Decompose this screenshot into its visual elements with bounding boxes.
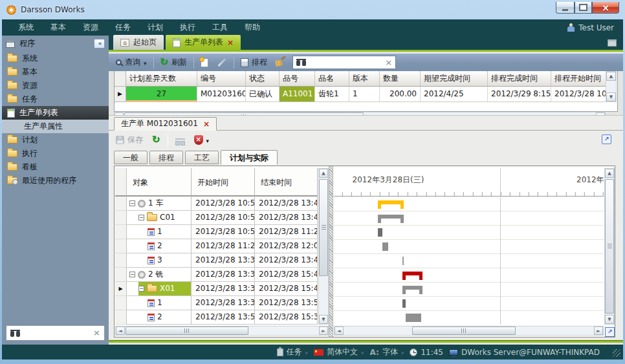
grid-column-header[interactable]: 计划差异天数 bbox=[126, 71, 197, 87]
detail-refresh-button[interactable] bbox=[150, 134, 162, 145]
grid-cell-sched_start[interactable]: 2012/3/28 10:52 bbox=[551, 87, 611, 102]
tab-order-list[interactable]: 生产单列表 bbox=[166, 35, 241, 50]
sidebar-item[interactable]: 计划 bbox=[2, 133, 109, 147]
menu-item[interactable]: 资源 bbox=[74, 19, 107, 36]
grid-vscrollbar[interactable]: ▲ ▼ bbox=[606, 71, 617, 102]
tree-object-cell[interactable]: 1 bbox=[127, 296, 192, 310]
status-font-button[interactable]: A: 字体 bbox=[370, 347, 404, 358]
new-button[interactable] bbox=[199, 57, 210, 69]
query-dropdown-icon[interactable] bbox=[144, 58, 147, 67]
menu-item[interactable]: 帮助 bbox=[236, 19, 269, 36]
tree-row[interactable]: 22012/3/28 11:222012/3/28 12:00 bbox=[115, 239, 318, 253]
scroll-down-icon[interactable]: ▼ bbox=[605, 315, 614, 324]
toolbar-search-clear-icon[interactable] bbox=[385, 59, 392, 66]
grid-column-header[interactable]: 品号 bbox=[280, 71, 315, 87]
tree-column-header[interactable]: 开始时间 bbox=[192, 168, 255, 197]
gantt-bar-summary[interactable] bbox=[378, 200, 404, 204]
tree-object-cell[interactable]: 2 bbox=[127, 239, 192, 253]
resize-grip[interactable] bbox=[613, 349, 620, 357]
detail-tab-工艺[interactable]: 工艺 bbox=[185, 151, 219, 164]
vscroll-thumb[interactable] bbox=[319, 179, 328, 276]
scroll-up-icon[interactable]: ▲ bbox=[606, 72, 616, 81]
schedule-button[interactable]: 排程 bbox=[239, 56, 269, 69]
gantt-bar-summary[interactable] bbox=[402, 272, 422, 275]
status-task-button[interactable]: 任务 bbox=[277, 347, 309, 358]
sidebar-item[interactable]: 执行 bbox=[2, 147, 109, 160]
sidebar-item[interactable]: 最近使用的程序 bbox=[2, 174, 109, 187]
splitter-handle[interactable] bbox=[329, 166, 333, 337]
grid-column-header[interactable]: 数量 bbox=[380, 71, 421, 87]
toolbar-search-input[interactable] bbox=[309, 58, 382, 67]
grid-cell-diff_days[interactable]: 27 bbox=[126, 87, 197, 102]
float-window-icon[interactable] bbox=[608, 39, 617, 47]
language-dropdown-icon[interactable] bbox=[361, 348, 364, 357]
gantt-bar-task[interactable] bbox=[378, 228, 382, 237]
menu-item[interactable]: 执行 bbox=[171, 19, 204, 36]
tree-expander-icon[interactable] bbox=[138, 286, 144, 292]
close-tab-icon[interactable] bbox=[227, 39, 234, 46]
clean-button[interactable] bbox=[274, 56, 288, 69]
gantt-bar-summary[interactable] bbox=[402, 286, 422, 290]
sidebar-item[interactable]: 任务 bbox=[2, 92, 109, 106]
status-language-button[interactable]: 简体中文 bbox=[314, 347, 364, 358]
font-dropdown-icon[interactable] bbox=[401, 348, 404, 357]
sidebar-item[interactable]: 基本 bbox=[2, 65, 109, 79]
detail-tab-计划与实际[interactable]: 计划与实际 bbox=[221, 150, 278, 165]
production-order-tab[interactable]: 生产单 M012031601 bbox=[114, 117, 217, 131]
user-area[interactable]: Test User bbox=[567, 19, 614, 36]
scroll-right-icon[interactable]: ► bbox=[594, 327, 603, 335]
close-tab-icon[interactable] bbox=[203, 121, 210, 127]
tree-row[interactable]: 32012/3/28 13:302012/3/28 13:40 bbox=[115, 253, 318, 268]
grid-data-row[interactable]: 27M012031601已确认A11001齿轮11200.002012/4/25… bbox=[115, 87, 617, 102]
grid-cell-item_name[interactable]: 齿轮1 bbox=[315, 87, 349, 102]
tree-row[interactable]: C012012/3/28 10:522012/3/28 13:40 bbox=[115, 211, 318, 225]
refresh-button[interactable]: 刷新 bbox=[159, 56, 190, 69]
gantt-bar-task[interactable] bbox=[402, 257, 404, 265]
sidebar-search-input[interactable] bbox=[24, 328, 89, 337]
grid-column-header[interactable]: 状态 bbox=[246, 71, 280, 87]
edit-button[interactable] bbox=[215, 60, 229, 65]
tree-expander-icon[interactable] bbox=[129, 200, 135, 206]
menu-item[interactable]: 任务 bbox=[107, 19, 139, 36]
menu-item[interactable]: 系统 bbox=[10, 19, 42, 36]
scroll-up-icon[interactable]: ▲ bbox=[319, 169, 328, 178]
sidebar-item[interactable]: 系统 bbox=[2, 52, 109, 65]
tree-row[interactable]: 12012/3/28 13:302012/3/28 13:50 bbox=[115, 296, 318, 310]
query-button[interactable]: 查询 bbox=[114, 56, 149, 69]
tree-expander-icon[interactable] bbox=[138, 215, 144, 220]
tree-hscrollbar[interactable]: ◄ ► bbox=[115, 326, 329, 336]
grid-cell-qty[interactable]: 200.00 bbox=[380, 87, 421, 102]
scroll-up-icon[interactable]: ▲ bbox=[605, 169, 614, 178]
tree-object-cell[interactable]: C01 bbox=[127, 211, 192, 225]
tab-start-page[interactable]: 起始页 bbox=[113, 35, 164, 50]
grid-column-header[interactable]: 版本 bbox=[349, 71, 380, 87]
sidebar-item[interactable]: 生产单属性 bbox=[2, 120, 109, 133]
validate-dropdown-icon[interactable] bbox=[206, 136, 210, 145]
minimize-button[interactable] bbox=[556, 2, 575, 14]
tree-object-cell[interactable]: 3 bbox=[127, 253, 192, 268]
tree-row[interactable]: 12012/3/28 10:522012/3/28 11:22 bbox=[115, 225, 318, 239]
tree-row[interactable]: 2 铣2012/3/28 13:302012/3/28 15:40 bbox=[115, 268, 318, 282]
scroll-left-icon[interactable]: ◄ bbox=[116, 327, 125, 335]
grid-column-header[interactable]: 排程完成时间 bbox=[488, 71, 551, 87]
scroll-right-icon[interactable]: ► bbox=[319, 327, 328, 335]
detail-tab-一般[interactable]: 一般 bbox=[114, 151, 148, 164]
sidebar-item[interactable]: 生产单列表 bbox=[2, 106, 109, 120]
gantt-bar-task[interactable] bbox=[406, 314, 421, 322]
flow-button[interactable] bbox=[173, 133, 187, 147]
gantt-bar-task[interactable] bbox=[402, 299, 406, 308]
gantt-bar-summary[interactable] bbox=[378, 215, 404, 219]
tree-row[interactable]: 22012/3/28 13:502012/3/28 15:30 bbox=[115, 310, 318, 325]
grid-cell-sched_finish[interactable]: 2012/3/29 8:15 bbox=[488, 87, 551, 102]
sidebar-item[interactable]: 看板 bbox=[2, 160, 109, 174]
grid-cell-expect_finish[interactable]: 2012/4/25 bbox=[421, 87, 488, 102]
tree-column-header[interactable]: 结束时间 bbox=[255, 168, 318, 197]
menu-item[interactable]: 基本 bbox=[42, 19, 74, 36]
maximize-button[interactable] bbox=[575, 2, 592, 14]
tree-object-cell[interactable]: X01 bbox=[127, 282, 192, 296]
sidebar-item[interactable]: 资源 bbox=[2, 79, 109, 92]
grid-cell-status[interactable]: 已确认 bbox=[246, 87, 280, 102]
scroll-left-icon[interactable]: ◄ bbox=[334, 327, 344, 335]
sidebar-collapse-button[interactable] bbox=[94, 39, 105, 48]
save-button[interactable]: 保存 bbox=[114, 133, 145, 147]
